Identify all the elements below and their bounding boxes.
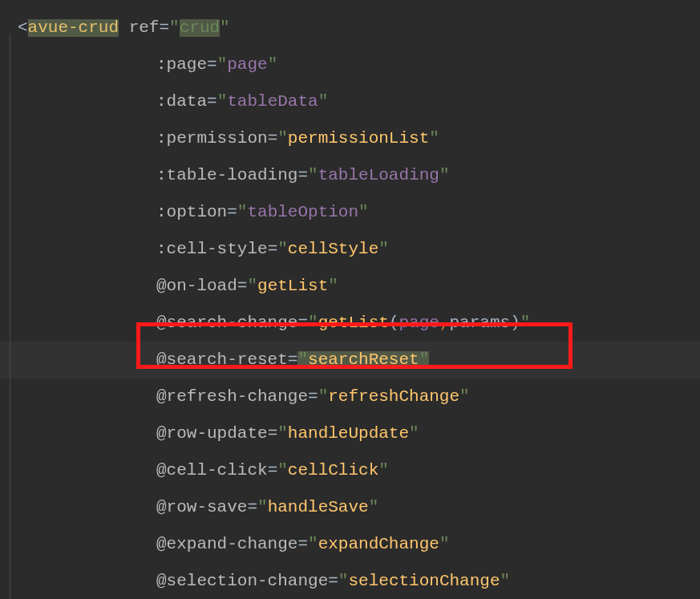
attr-name: @row-save [156, 499, 247, 516]
code-line[interactable]: <avue-crud ref="crud" [18, 10, 700, 47]
attr-name: :page [156, 56, 207, 74]
code-line[interactable]: :page="page" [18, 47, 700, 83]
attr-value: searchReset [308, 351, 419, 369]
code-line[interactable]: @refresh-change="refreshChange" [18, 378, 700, 415]
code-line[interactable]: @cell-click="cellClick" [18, 452, 700, 489]
code-line[interactable]: @search-change="getList(page, params)" [18, 305, 700, 342]
attr-name: @refresh-change [156, 388, 308, 406]
attr-value: tableLoading [318, 167, 439, 184]
code-line[interactable]: :cell-style="cellStyle" [18, 231, 700, 268]
code-line[interactable]: :permission="permissionList" [18, 120, 700, 157]
attr-value: handleUpdate [288, 425, 409, 443]
tag-name: avue-crud [28, 19, 119, 37]
attr-value: expandChange [318, 536, 439, 553]
attr-name: @expand-change [156, 536, 297, 553]
attr-value: permissionList [288, 130, 429, 148]
attr-value: tableOption [247, 204, 358, 221]
code-line[interactable]: @row-save="handleSave" [18, 489, 700, 526]
attr-value: page [227, 56, 267, 74]
attr-value: cellStyle [288, 241, 378, 258]
attr-call-arg: params [450, 314, 511, 332]
attr-name: :permission [156, 130, 268, 148]
attr-call-fn: getList [318, 314, 389, 332]
code-editor-viewport[interactable]: <avue-crud ref="crud" :page="page" :data… [18, 10, 700, 599]
attr-name: @cell-click [156, 462, 268, 480]
attr-name: @search-reset [156, 351, 288, 369]
attr-value: handleSave [268, 499, 369, 516]
attr-value: cellClick [288, 462, 378, 480]
attr-name: @on-load [156, 277, 237, 295]
code-line[interactable]: :table-loading="tableLoading" [18, 157, 700, 194]
attr-call-arg: page [399, 314, 439, 332]
attr-value: getList [257, 277, 328, 295]
code-line[interactable]: @selection-change="selectionChange" [18, 563, 700, 599]
code-line[interactable]: :option="tableOption" [18, 194, 700, 231]
attr-name: :cell-style [156, 241, 268, 258]
attr-value: crud [180, 19, 220, 37]
code-line-active[interactable]: @search-reset="searchReset" [18, 342, 700, 378]
open-bracket: < [18, 19, 28, 37]
attr-name: :data [156, 93, 207, 111]
attr-name: @row-update [156, 425, 268, 443]
code-line[interactable]: @on-load="getList" [18, 268, 700, 305]
attr-name: @selection-change [156, 573, 328, 590]
code-line[interactable]: @row-update="handleUpdate" [18, 415, 700, 452]
attr-name: :table-loading [156, 167, 297, 184]
attr-value: refreshChange [328, 388, 459, 406]
code-line[interactable]: :data="tableData" [18, 83, 700, 120]
attr-name: @search-change [156, 314, 297, 332]
attr-name: ref [129, 19, 160, 37]
attr-value: tableData [227, 93, 318, 111]
attr-value: selectionChange [348, 573, 500, 590]
code-line[interactable]: @expand-change="expandChange" [18, 526, 700, 563]
attr-name: :option [156, 204, 227, 221]
